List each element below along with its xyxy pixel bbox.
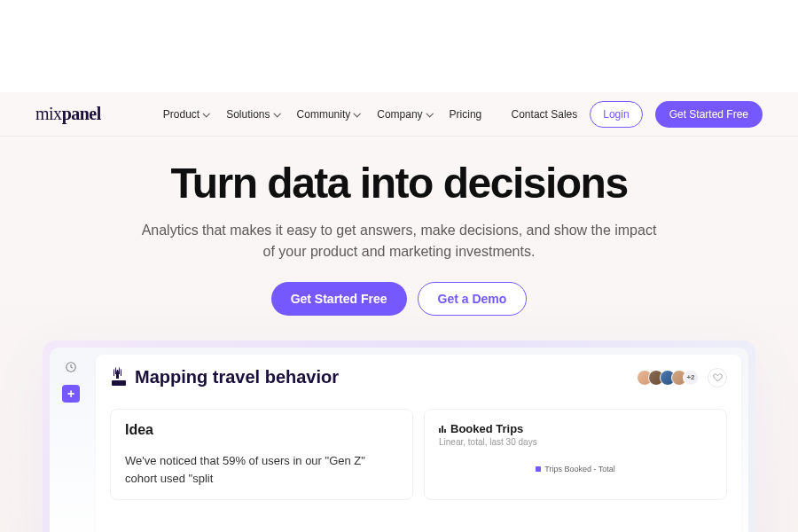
header-right: +2 bbox=[637, 368, 727, 387]
idea-card[interactable]: Idea We've noticed that 59% of users in … bbox=[110, 409, 413, 500]
avatar-overflow: +2 bbox=[683, 370, 699, 386]
contact-sales-link[interactable]: Contact Sales bbox=[512, 108, 578, 121]
hero-ctas: Get Started Free Get a Demo bbox=[89, 282, 709, 316]
card-title: Booked Trips bbox=[439, 422, 712, 435]
booked-trips-card[interactable]: Booked Trips Linear, total, last 30 days… bbox=[424, 409, 727, 500]
dashboard-title: Mapping travel behavior bbox=[110, 367, 339, 387]
get-started-hero-button[interactable]: Get Started Free bbox=[271, 282, 407, 316]
history-icon[interactable] bbox=[62, 358, 80, 376]
card-subtitle: Linear, total, last 30 days bbox=[439, 437, 712, 447]
bar-chart-icon bbox=[439, 426, 446, 433]
nav-item-solutions[interactable]: Solutions bbox=[226, 108, 278, 121]
nav-item-community[interactable]: Community bbox=[297, 108, 360, 121]
island-icon bbox=[110, 370, 128, 386]
app-main: Mapping travel behavior +2 bbox=[96, 355, 741, 532]
get-started-nav-button[interactable]: Get Started Free bbox=[655, 101, 763, 128]
nav-item-company[interactable]: Company bbox=[377, 108, 431, 121]
dashboard-header: Mapping travel behavior +2 bbox=[110, 367, 727, 387]
collaborator-avatars[interactable]: +2 bbox=[637, 370, 699, 386]
hero-title: Turn data into decisions bbox=[89, 161, 709, 206]
app-preview: + Mapping travel behavior +2 bbox=[43, 340, 755, 532]
nav-right: Contact Sales Login Get Started Free bbox=[512, 101, 763, 128]
chevron-down-icon bbox=[273, 110, 280, 117]
nav-menu: Product Solutions Community Company Pric… bbox=[163, 108, 481, 121]
chevron-down-icon bbox=[354, 110, 361, 117]
login-button[interactable]: Login bbox=[590, 101, 642, 128]
chevron-down-icon bbox=[203, 110, 210, 117]
get-demo-button[interactable]: Get a Demo bbox=[418, 282, 528, 316]
card-body: We've noticed that 59% of users in our "… bbox=[125, 452, 398, 487]
hero-subtitle: Analytics that makes it easy to get answ… bbox=[89, 220, 709, 262]
nav-item-pricing[interactable]: Pricing bbox=[450, 108, 482, 121]
legend-swatch bbox=[536, 466, 541, 472]
hero: Turn data into decisions Analytics that … bbox=[0, 137, 798, 316]
logo[interactable]: mixpanel bbox=[35, 104, 101, 124]
chevron-down-icon bbox=[426, 110, 433, 117]
app-sidebar: + bbox=[57, 355, 85, 532]
card-title: Idea bbox=[125, 422, 398, 438]
chart-legend: Trips Booked - Total bbox=[439, 465, 712, 473]
nav-item-product[interactable]: Product bbox=[163, 108, 208, 121]
top-nav: mixpanel Product Solutions Community Com… bbox=[0, 92, 798, 137]
app-shell: + Mapping travel behavior +2 bbox=[50, 348, 748, 532]
dashboard-cards: Idea We've noticed that 59% of users in … bbox=[110, 409, 727, 500]
favorite-button[interactable] bbox=[708, 368, 727, 387]
add-button[interactable]: + bbox=[62, 385, 80, 403]
